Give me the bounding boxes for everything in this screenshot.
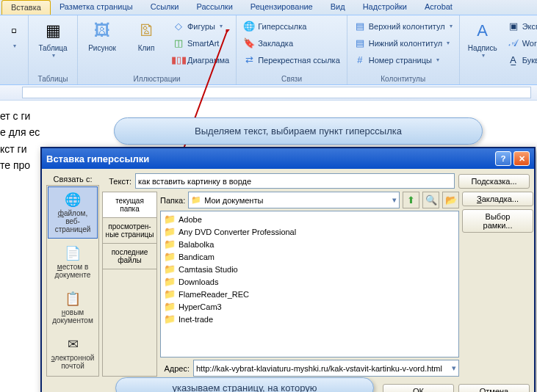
link-opt-newdoc[interactable]: 📋новым документом [48,286,98,330]
browse-tab-browsed[interactable]: просмотрен-ные страницы [103,218,156,244]
hyperlink-dialog: Вставка гиперссылки ? ✕ Связать с: 🌐файл… [40,147,536,392]
group-label-headfoot: Колонтитулы [352,73,455,84]
list-item[interactable]: 📁Inet-trade [162,313,457,325]
browse-tab-current[interactable]: текущая папка [103,192,156,218]
list-item[interactable]: 📁Downloads [162,275,457,288]
browse-file-button[interactable]: 📂 [442,192,459,208]
page-icon: ▫ [2,19,26,43]
footer-button[interactable]: ▤Нижний колонтитул▾ [352,35,455,51]
dropcap-button[interactable]: A̲Букви [505,51,537,68]
link-opt-file[interactable]: 🌐файлом, веб-страницей [48,186,98,239]
folder-icon: 📁 [164,251,176,262]
hyperlink-button[interactable]: 🌐Гиперссылка [241,18,342,35]
folder-icon: 📁 [164,214,176,225]
link-opt-place[interactable]: 📄местом в документе [48,240,98,284]
tooltip-button[interactable]: Подсказка... [458,174,530,189]
tab-acrobat[interactable]: Acrobat [416,0,461,15]
pagenum-button[interactable]: #Номер страницы▾ [352,51,455,68]
folder-icon: 📁 [164,239,176,250]
crossref-button[interactable]: ⇄Перекрестная ссылка [241,51,342,68]
group-label-tables: Таблицы [33,73,73,84]
browse-web-button[interactable]: 🔍 [422,192,439,208]
dropcap-icon: A̲ [508,54,519,66]
linkwith-label: Связать с: [46,173,99,185]
folder-icon: 📁 [164,264,176,275]
tab-insert[interactable]: Вставка [1,0,51,15]
group-text: AНадпись▾ ▣Экспр 𝒜Word A̲Букви [460,15,537,84]
folder-label: Папка: [160,196,185,205]
annotation-bubble-2: указываем страницу, на которую [115,377,374,392]
link-opt-email[interactable]: ✉электронной почтой [48,331,98,375]
tab-layout[interactable]: Разметка страницы [51,0,142,15]
list-item[interactable]: 📁Balabolka [162,238,457,250]
place-icon: 📄 [50,245,95,261]
list-item[interactable]: 📁Any DVD Converter Professional [162,225,457,238]
help-button[interactable]: ? [495,151,511,166]
group-headfoot: ▤Верхний колонтитул▾ ▤Нижний колонтитул▾… [347,15,460,84]
bookmark-icon: 🔖 [243,37,255,49]
browse-tabs: текущая папка просмотрен-ные страницы по… [102,192,157,377]
cancel-button[interactable]: Отмена [458,384,530,392]
crossref-icon: ⇄ [243,54,255,66]
wordart-icon: 𝒜 [508,37,519,49]
tab-view[interactable]: Вид [322,0,354,15]
dialog-titlebar: Вставка гиперссылки ? ✕ [42,148,534,169]
list-item[interactable]: 📁Camtasia Studio [162,263,457,275]
folder-icon: 📁 [164,226,176,237]
table-icon: ▦ [41,19,65,43]
group-links: 🌐Гиперссылка 🔖Закладка ⇄Перекрестная ссы… [237,15,347,84]
group-label-links: Связи [241,73,342,84]
folder-icon: 📁 [164,301,176,312]
ribbon-tabs: Вставка Разметка страницы Ссылки Рассылк… [0,0,537,15]
group-unknown: ▫▾ [0,15,29,84]
wordart-button[interactable]: 𝒜Word [505,35,537,51]
tab-refs[interactable]: Ссылки [142,0,188,15]
ok-button[interactable]: ОК [383,384,454,392]
globe-icon: 🌐 [243,21,255,32]
group-tables: ▦Таблица▾ Таблицы [29,15,78,84]
bookmark-dialog-button[interactable]: Закладка... [462,192,533,206]
folder-icon: 📁 [164,313,176,324]
ribbon: ▫▾ ▦Таблица▾ Таблицы 🖼Рисунок 🖻Клип ◇Фиг… [0,15,537,85]
up-button[interactable]: ⬆ [403,192,419,208]
close-button[interactable]: ✕ [513,151,530,166]
list-item[interactable]: 📁Bandicam [162,250,457,263]
newdoc-icon: 📋 [50,291,95,307]
folder-icon: 📁 [164,276,176,287]
list-item[interactable]: 📁FlameReader_REC [162,288,457,300]
file-list[interactable]: 📁Adobe 📁Any DVD Converter Professional 📁… [160,211,459,357]
textbox-button[interactable]: AНадпись▾ [464,18,501,60]
table-button[interactable]: ▦Таблица▾ [33,18,73,60]
parts-icon: ▣ [508,21,519,32]
link-type-panel: 🌐файлом, веб-страницей 📄местом в докумен… [46,185,99,377]
address-label: Адрес: [160,364,190,373]
folder-icon: 📁 [191,195,201,205]
pagenum-icon: # [354,54,366,66]
bookmark-button[interactable]: 🔖Закладка [241,35,342,51]
list-item[interactable]: 📁HyperCam3 [162,300,457,313]
textbox-icon: A [471,19,494,43]
folder-select[interactable]: 📁Мои документы▾ [188,192,400,208]
text-input[interactable] [135,173,455,189]
file-web-icon: 🌐 [50,192,95,208]
unknown-button[interactable]: ▫▾ [4,18,24,51]
annotation-bubble-1: Выделяем текст, выбираем пункт гиперссыл… [114,117,483,145]
tab-review[interactable]: Рецензирование [242,0,322,15]
frame-button[interactable]: Выбор рамки... [462,209,533,233]
footer-icon: ▤ [354,37,366,49]
express-button[interactable]: ▣Экспр [505,18,537,35]
header-button[interactable]: ▤Верхний колонтитул▾ [352,18,455,35]
address-input[interactable]: http://kak-vybrat-klaviaturu-myshki.ru/k… [193,360,459,377]
email-icon: ✉ [50,336,95,352]
browse-tab-recent[interactable]: последние файлы [103,244,156,269]
text-label: Текст: [102,177,131,186]
tab-mailings[interactable]: Рассылки [187,0,241,15]
list-item[interactable]: 📁Adobe [162,213,457,225]
folder-icon: 📁 [164,288,176,300]
tab-addins[interactable]: Надстройки [354,0,416,15]
dialog-title: Вставка гиперссылки [46,153,149,164]
header-icon: ▤ [354,21,366,32]
ruler [0,85,537,101]
